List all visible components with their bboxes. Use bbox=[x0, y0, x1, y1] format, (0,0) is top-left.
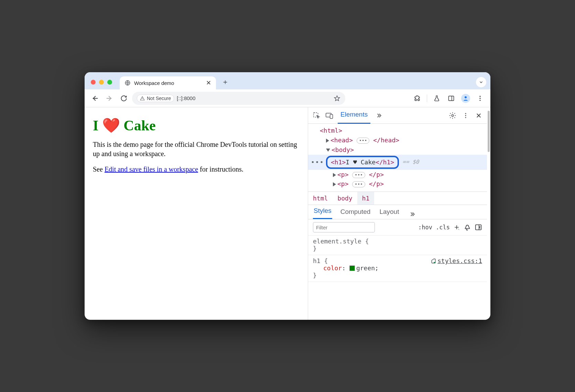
styles-pane: Styles Computed Layout :hov .cls bbox=[308, 205, 487, 285]
new-style-rule-icon[interactable] bbox=[453, 224, 460, 231]
css-rules[interactable]: element.style { } styles.css:1 h1 { colo… bbox=[308, 236, 487, 285]
elements-tab[interactable]: Elements bbox=[338, 107, 370, 124]
address-bar[interactable]: Not Secure [::]:8000 bbox=[132, 92, 345, 105]
tab-title: Workspace demo bbox=[134, 80, 203, 86]
devtools-tabbar: Elements bbox=[308, 107, 487, 124]
computed-tab[interactable]: Computed bbox=[340, 205, 371, 219]
more-tabs-icon[interactable] bbox=[374, 111, 383, 120]
crumb-html[interactable]: html bbox=[308, 192, 333, 205]
layout-tab[interactable]: Layout bbox=[379, 205, 400, 219]
svg-point-12 bbox=[465, 117, 466, 118]
svg-point-4 bbox=[479, 98, 480, 99]
svg-rect-1 bbox=[449, 96, 454, 100]
inspect-element-icon[interactable] bbox=[312, 111, 321, 120]
bookmark-icon[interactable] bbox=[334, 95, 340, 102]
svg-point-9 bbox=[452, 115, 454, 117]
profile-avatar[interactable] bbox=[459, 92, 472, 105]
back-button[interactable] bbox=[89, 92, 101, 105]
devtools-scrollbar[interactable] bbox=[487, 107, 490, 285]
maximize-window-button[interactable] bbox=[107, 80, 112, 85]
rendered-page: I ❤️ Cake This is the demo page for the … bbox=[85, 107, 308, 320]
dom-node-head[interactable]: <head> ••• </head> bbox=[320, 135, 484, 145]
forward-button[interactable] bbox=[103, 92, 116, 105]
browser-tab[interactable]: Workspace demo ✕ bbox=[120, 76, 216, 89]
close-tab-button[interactable]: ✕ bbox=[206, 79, 211, 87]
tutorial-link[interactable]: Edit and save files in a workspace bbox=[105, 165, 198, 173]
devtools-panel: Elements <html> <head> ••• </head> bbox=[308, 107, 490, 320]
color-swatch-icon[interactable] bbox=[349, 265, 355, 271]
console-ref: == $0 bbox=[402, 158, 419, 166]
svg-rect-13 bbox=[476, 225, 481, 230]
svg-point-14 bbox=[434, 262, 435, 263]
devtools-kebab-icon[interactable] bbox=[461, 111, 470, 120]
svg-point-10 bbox=[465, 113, 466, 114]
svg-rect-8 bbox=[330, 114, 333, 118]
hov-toggle[interactable]: :hov bbox=[418, 224, 432, 231]
extensions-icon[interactable] bbox=[411, 92, 423, 105]
globe-icon bbox=[124, 80, 131, 86]
device-toolbar-icon[interactable] bbox=[325, 111, 334, 120]
crumb-body[interactable]: body bbox=[333, 192, 357, 205]
styles-toolbar: :hov .cls bbox=[308, 219, 487, 236]
crumb-h1[interactable]: h1 bbox=[357, 192, 375, 205]
styles-filter-input[interactable] bbox=[313, 222, 375, 232]
reload-button[interactable] bbox=[118, 92, 130, 105]
dom-tree[interactable]: <html> <head> ••• </head> <body> ••• <h1… bbox=[308, 124, 487, 192]
stylesheet-source-link[interactable]: styles.css:1 bbox=[431, 257, 482, 264]
styles-more-tabs-icon[interactable] bbox=[407, 209, 417, 219]
content-split: I ❤️ Cake This is the demo page for the … bbox=[85, 107, 490, 320]
dom-node-body[interactable]: <body> bbox=[320, 145, 484, 155]
warning-icon bbox=[140, 96, 145, 101]
page-heading: I ❤️ Cake bbox=[93, 117, 300, 134]
settings-gear-icon[interactable] bbox=[448, 111, 457, 120]
page-paragraph-2: See Edit and save files in a workspace f… bbox=[93, 165, 300, 174]
tab-strip: Workspace demo ✕ bbox=[85, 72, 490, 89]
styles-tab[interactable]: Styles bbox=[313, 204, 332, 219]
security-badge[interactable]: Not Secure bbox=[137, 95, 174, 102]
element-style-block[interactable]: element.style { } bbox=[308, 236, 487, 255]
new-tab-button[interactable] bbox=[220, 77, 230, 87]
side-panel-icon[interactable] bbox=[445, 92, 457, 105]
para2-suffix: for instructions. bbox=[198, 165, 243, 173]
ellipsis-icon[interactable]: ••• bbox=[311, 157, 324, 167]
tab-overflow-button[interactable] bbox=[476, 77, 486, 87]
styles-tabs: Styles Computed Layout bbox=[308, 205, 487, 219]
toolbar-separator bbox=[427, 95, 427, 102]
svg-point-3 bbox=[479, 96, 480, 97]
browser-window: Workspace demo ✕ Not Secure [:: bbox=[85, 72, 490, 320]
svg-point-11 bbox=[465, 115, 466, 116]
page-paragraph-1: This is the demo page for the official C… bbox=[93, 140, 300, 159]
svg-point-2 bbox=[465, 96, 467, 98]
dom-node-html[interactable]: <html> bbox=[320, 126, 484, 135]
computed-panel-icon[interactable] bbox=[475, 224, 482, 231]
cls-toggle[interactable]: .cls bbox=[436, 224, 450, 231]
para2-prefix: See bbox=[93, 165, 105, 173]
dom-node-p1[interactable]: <p> ••• </p> bbox=[320, 170, 484, 179]
window-traffic-lights bbox=[91, 80, 112, 85]
toolbar: Not Secure [::]:8000 bbox=[85, 89, 490, 107]
h1-rule-block[interactable]: styles.css:1 h1 { color: green; } bbox=[308, 255, 487, 282]
url-text: [::]:8000 bbox=[177, 95, 195, 101]
dom-node-h1-selected[interactable]: ••• <h1>I ♥ Cake</h1> == $0 bbox=[308, 155, 487, 170]
security-text: Not Secure bbox=[147, 96, 171, 101]
dom-breadcrumbs: html body h1 bbox=[308, 192, 487, 205]
labs-icon[interactable] bbox=[431, 92, 443, 105]
svg-point-5 bbox=[479, 100, 480, 101]
minimize-window-button[interactable] bbox=[99, 80, 104, 85]
dom-node-p2[interactable]: <p> ••• </p> bbox=[320, 179, 484, 189]
close-window-button[interactable] bbox=[91, 80, 96, 85]
toolbar-right bbox=[411, 92, 486, 105]
kebab-menu-icon[interactable] bbox=[474, 92, 486, 105]
paint-brush-icon[interactable] bbox=[464, 224, 471, 231]
close-devtools-icon[interactable] bbox=[474, 111, 484, 120]
